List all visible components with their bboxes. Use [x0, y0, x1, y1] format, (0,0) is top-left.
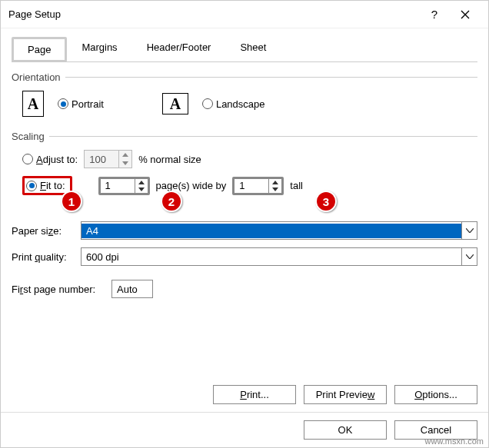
options-button[interactable]: Options... [394, 385, 477, 404]
portrait-radio[interactable]: Portrait [58, 98, 104, 110]
bottom-area: Print... Print Preview Options... OK Can… [1, 377, 488, 447]
orientation-legend: Orientation [12, 71, 65, 83]
landscape-radio[interactable]: Landscape [202, 98, 265, 110]
tall-label: tall [290, 180, 303, 191]
paper-size-row: Paper size: A4 [12, 221, 477, 240]
annotation-badge-3: 3 [315, 191, 337, 212]
adjust-to-radio[interactable]: Adjust to: [22, 154, 78, 165]
fit-tall-spinner[interactable] [232, 177, 284, 195]
tabs: Page Margins Header/Footer Sheet [12, 36, 477, 62]
spinner-buttons[interactable] [268, 179, 281, 193]
annotation-badge-1: 1 [61, 191, 82, 212]
scaling-legend: Scaling [12, 131, 49, 142]
landscape-icon: A [162, 93, 188, 114]
radio-icon [58, 98, 68, 109]
radio-icon [26, 181, 37, 191]
tab-header-footer[interactable]: Header/Footer [132, 36, 226, 61]
fit-to-label: Fit to: [40, 180, 65, 191]
spin-up-icon[interactable] [135, 179, 148, 186]
chevron-down-icon[interactable] [461, 222, 477, 239]
chevron-down-icon[interactable] [461, 248, 477, 265]
fit-wide-spinner[interactable] [98, 177, 150, 195]
normal-size-label: % normal size [138, 154, 201, 165]
print-quality-row: Print quality: 600 dpi [12, 247, 477, 266]
adjust-value [85, 151, 118, 168]
spin-down-icon [119, 159, 131, 168]
first-page-row: First page number: Auto [12, 280, 477, 298]
help-button[interactable]: ? [419, 1, 450, 28]
titlebar: Page Setup ? [1, 1, 488, 28]
close-button[interactable] [450, 1, 481, 28]
portrait-label: Portrait [72, 98, 104, 110]
print-quality-value: 600 dpi [82, 250, 461, 264]
radio-icon [22, 154, 33, 164]
annotation-badge-2: 2 [161, 191, 182, 212]
action-row: Print... Print Preview Options... [1, 377, 488, 413]
tab-sheet[interactable]: Sheet [225, 36, 281, 61]
ok-button[interactable]: OK [304, 420, 387, 440]
paper-size-combo[interactable]: A4 [81, 221, 477, 240]
adjust-to-spinner [84, 150, 132, 168]
spin-down-icon[interactable] [269, 186, 281, 193]
adjust-to-label: Adjust to: [36, 154, 78, 165]
page-setup-dialog: Page Setup ? Page Margins Header/Footer … [0, 0, 489, 448]
tab-margins[interactable]: Margins [67, 36, 131, 61]
spin-up-icon[interactable] [269, 179, 281, 186]
print-preview-button[interactable]: Print Preview [304, 385, 387, 404]
spin-up-icon [119, 151, 131, 159]
paper-size-label: Paper size: [12, 225, 81, 237]
landscape-label: Landscape [216, 98, 265, 110]
fit-wide-value[interactable] [101, 179, 135, 193]
watermark: www.msxn.com [425, 436, 484, 446]
radio-icon [202, 98, 213, 109]
paper-size-value: A4 [82, 224, 461, 238]
tab-page[interactable]: Page [12, 37, 67, 62]
print-quality-label: Print quality: [12, 251, 81, 263]
first-page-value: Auto [117, 284, 138, 295]
orientation-group: Orientation A Portrait A Landscape [12, 71, 477, 117]
print-button[interactable]: Print... [213, 385, 296, 404]
fit-tall-value[interactable] [235, 179, 268, 193]
spinner-buttons[interactable] [135, 179, 148, 193]
pages-wide-by-label: page(s) wide by [156, 180, 227, 191]
okcancel-row: OK Cancel [1, 413, 488, 447]
dialog-title: Page Setup [8, 8, 419, 20]
portrait-icon: A [22, 91, 44, 117]
scaling-group: Scaling Adjust to: % normal size [12, 131, 477, 203]
spin-down-icon[interactable] [135, 186, 148, 193]
first-page-input[interactable]: Auto [111, 280, 153, 298]
print-quality-combo[interactable]: 600 dpi [81, 247, 477, 266]
spinner-buttons [118, 151, 131, 168]
first-page-label: First page number: [12, 284, 111, 295]
